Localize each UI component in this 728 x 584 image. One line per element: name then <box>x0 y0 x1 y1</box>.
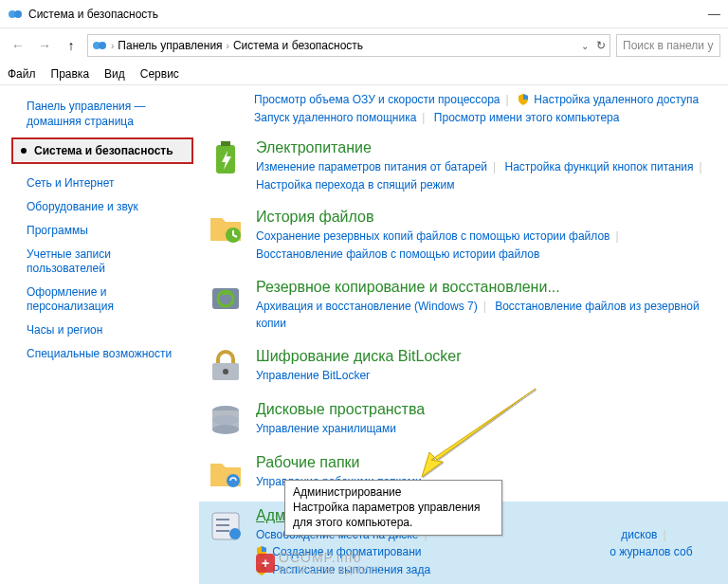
sidebar-item-users[interactable]: Учетные записи пользователей <box>6 243 199 281</box>
forward-button[interactable]: → <box>34 35 55 56</box>
svg-point-20 <box>229 528 241 539</box>
watermark: + OCOMP.info ВОПРОСЫ АДМИНУ <box>256 550 384 575</box>
sidebar-item-accessibility[interactable]: Специальные возможности <box>6 342 199 366</box>
link-computer-name[interactable]: Просмотр имени этого компьютера <box>434 111 620 124</box>
svg-point-3 <box>99 42 106 49</box>
category-title-history[interactable]: История файлов <box>256 209 719 226</box>
link-history-save[interactable]: Сохранение резервных копий файлов с помо… <box>256 229 610 243</box>
watermark-badge-icon: + <box>256 554 275 573</box>
link-power-buttons[interactable]: Настройка функций кнопок питания <box>505 160 694 173</box>
link-bitlocker-manage[interactable]: Управление BitLocker <box>256 369 370 382</box>
watermark-subtext: ВОПРОСЫ АДМИНУ <box>279 565 384 575</box>
storage-icon <box>207 401 245 439</box>
category-title-storage[interactable]: Дисковые пространства <box>256 401 719 418</box>
category-storage: Дисковые пространства Управление хранили… <box>199 395 728 448</box>
address-bar[interactable]: › Панель управления › Система и безопасн… <box>87 34 610 57</box>
svg-point-14 <box>212 415 239 425</box>
link-storage-manage[interactable]: Управление хранилищами <box>256 422 396 435</box>
bitlocker-icon <box>207 348 245 386</box>
sidebar-item-programs[interactable]: Программы <box>6 219 199 243</box>
watermark-text: OCOMP.info <box>279 550 384 565</box>
category-title-backup[interactable]: Резервное копирование и восстановлени... <box>256 279 719 296</box>
sidebar-current[interactable]: Система и безопасность <box>11 137 193 164</box>
svg-point-1 <box>14 10 22 18</box>
category-bitlocker: Шифрование диска BitLocker Управление Bi… <box>199 342 728 395</box>
menu-view[interactable]: Вид <box>104 67 125 81</box>
up-button[interactable]: ↑ <box>61 35 82 56</box>
chevron-down-icon[interactable]: ⌄ <box>581 41 589 51</box>
category-power: Электропитание Изменение параметров пита… <box>199 134 728 203</box>
navbar: ← → ↑ › Панель управления › Система и бе… <box>0 28 728 63</box>
sidebar: Панель управления — домашняя страница Си… <box>0 85 199 584</box>
sidebar-item-hardware[interactable]: Оборудование и звук <box>6 195 199 219</box>
admin-tools-icon <box>207 507 245 545</box>
tooltip: Администрирование Настройка параметров у… <box>284 480 502 536</box>
chevron-right-icon: › <box>111 41 114 51</box>
svg-point-10 <box>223 369 228 374</box>
back-button[interactable]: ← <box>8 35 28 56</box>
backup-icon <box>207 279 245 317</box>
control-panel-icon <box>8 7 23 22</box>
link-admin-eventlog-tail[interactable]: о журналов соб <box>610 545 692 558</box>
svg-rect-17 <box>216 519 229 520</box>
menubar: Файл Правка Вид Сервис <box>0 63 728 85</box>
svg-rect-19 <box>216 530 229 532</box>
folder-history-icon <box>207 209 245 246</box>
category-system-links: Просмотр объема ОЗУ и скорости процессор… <box>199 85 728 134</box>
link-power-battery[interactable]: Изменение параметров питания от батарей <box>256 160 487 173</box>
menu-edit[interactable]: Правка <box>51 67 90 81</box>
link-ram-cpu[interactable]: Просмотр объема ОЗУ и скорости процессор… <box>254 93 500 106</box>
svg-rect-18 <box>216 524 229 526</box>
category-title-workfolders[interactable]: Рабочие папки <box>256 454 719 471</box>
sidebar-current-label: Система и безопасность <box>34 144 173 157</box>
titlebar: Система и безопасность — <box>0 0 728 28</box>
refresh-button[interactable]: ↻ <box>596 39 606 52</box>
svg-rect-5 <box>221 141 230 146</box>
control-panel-icon <box>92 38 107 53</box>
svg-point-15 <box>227 474 240 487</box>
category-backup: Резервное копирование и восстановлени...… <box>199 273 728 342</box>
link-remote-assistant[interactable]: Запуск удаленного помощника <box>254 111 416 124</box>
bullet-icon <box>21 148 27 154</box>
minimize-button[interactable]: — <box>708 7 720 21</box>
category-title-bitlocker[interactable]: Шифрование диска BitLocker <box>256 348 719 365</box>
link-backup-win7[interactable]: Архивация и восстановление (Windows 7) <box>256 300 478 313</box>
category-title-power[interactable]: Электропитание <box>256 139 719 156</box>
menu-file[interactable]: Файл <box>8 67 36 81</box>
chevron-right-icon: › <box>227 41 229 51</box>
tooltip-text: Настройка параметров управления для этог… <box>293 500 494 530</box>
crumb-root[interactable]: Панель управления <box>118 39 222 52</box>
svg-point-13 <box>212 425 239 434</box>
work-folders-icon <box>207 454 245 492</box>
crumb-current[interactable]: Система и безопасность <box>233 39 363 52</box>
tooltip-title: Администрирование <box>293 484 494 500</box>
search-placeholder: Поиск в панели у <box>623 39 713 52</box>
menu-service[interactable]: Сервис <box>140 67 179 81</box>
window-title: Система и безопасность <box>28 8 158 21</box>
sidebar-item-network[interactable]: Сеть и Интернет <box>6 172 199 195</box>
sidebar-item-clock[interactable]: Часы и регион <box>6 319 199 342</box>
shield-icon <box>518 94 529 105</box>
battery-icon <box>207 139 245 177</box>
link-admin-defrag-tail[interactable]: дисков <box>621 528 657 541</box>
sidebar-home[interactable]: Панель управления — домашняя страница <box>6 95 199 134</box>
link-remote-access[interactable]: Настройка удаленного доступа <box>534 93 699 106</box>
category-file-history: История файлов Сохранение резервных копи… <box>199 203 728 272</box>
sidebar-item-appearance[interactable]: Оформление и персонализация <box>6 281 199 319</box>
search-input[interactable]: Поиск в панели у <box>616 34 720 57</box>
link-power-sleep[interactable]: Настройка перехода в спящий режим <box>256 178 454 192</box>
link-history-restore[interactable]: Восстановление файлов с помощью истории … <box>256 247 539 261</box>
